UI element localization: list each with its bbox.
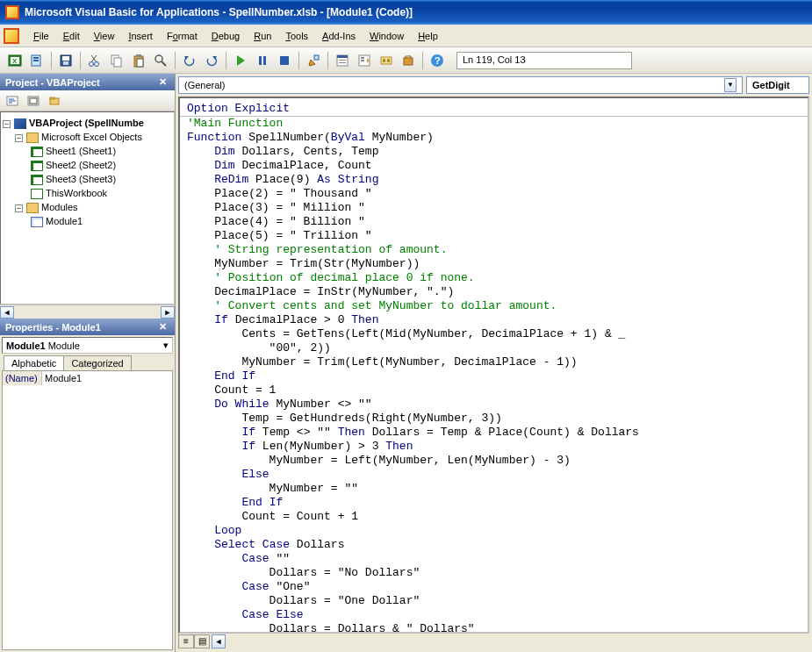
properties-object-selector[interactable]: Module1 Module ▾ xyxy=(2,337,173,354)
menu-addins[interactable]: Add-Ins xyxy=(315,29,363,43)
view-object-button[interactable] xyxy=(25,92,42,110)
property-name-label: (Name) xyxy=(3,371,42,385)
menu-bar: FFileile Edit View Insert Format Debug R… xyxy=(0,25,812,47)
svg-rect-49 xyxy=(50,97,54,99)
procedure-view-button[interactable]: ≡ xyxy=(178,634,194,648)
svg-rect-8 xyxy=(63,61,68,65)
svg-line-19 xyxy=(162,61,166,66)
tab-alphabetic[interactable]: Alphabetic xyxy=(4,355,64,370)
svg-rect-5 xyxy=(33,60,39,61)
code-view-mode-bar: ≡ ▤ ◄ xyxy=(178,634,809,649)
svg-text:?: ? xyxy=(435,55,441,66)
project-panel-title: Project - VBAProject ✕ xyxy=(0,74,175,90)
scroll-left-button[interactable]: ◄ xyxy=(0,306,14,319)
reset-button[interactable] xyxy=(275,51,294,70)
code-combo-bar: (General) ▼ GetDigit xyxy=(176,74,812,97)
code-scroll-left-button[interactable]: ◄ xyxy=(212,634,226,648)
chevron-down-icon: ▾ xyxy=(163,340,169,351)
properties-window-button[interactable] xyxy=(355,51,374,70)
menu-file[interactable]: FFileile xyxy=(26,29,56,43)
tree-project-root[interactable]: −VBAProject (SpellNumbe xyxy=(3,116,172,130)
menu-help[interactable]: Help xyxy=(411,29,445,43)
undo-button[interactable] xyxy=(180,51,199,70)
svg-rect-14 xyxy=(114,58,121,67)
svg-rect-23 xyxy=(259,56,262,65)
svg-rect-36 xyxy=(381,57,392,64)
svg-rect-4 xyxy=(33,57,39,59)
break-button[interactable] xyxy=(253,51,272,70)
svg-point-12 xyxy=(95,61,99,66)
object-combo[interactable]: (General) ▼ xyxy=(178,76,743,94)
design-mode-button[interactable] xyxy=(304,51,323,70)
menu-insert[interactable]: Insert xyxy=(121,29,160,43)
redo-button[interactable] xyxy=(202,51,221,70)
menu-edit[interactable]: Edit xyxy=(56,29,87,43)
view-excel-button[interactable]: X xyxy=(5,51,25,70)
svg-rect-25 xyxy=(280,56,289,65)
insert-dropdown-button[interactable] xyxy=(27,51,47,70)
tree-sheet2[interactable]: Sheet2 (Sheet2) xyxy=(3,158,172,172)
menu-window[interactable]: Window xyxy=(363,29,411,43)
property-row-name[interactable]: (Name) Module1 xyxy=(3,371,172,385)
svg-rect-27 xyxy=(314,55,319,60)
project-panel-toolbar xyxy=(0,90,175,111)
code-editor[interactable]: Option Explicit 'Main Function Function … xyxy=(178,97,809,634)
menu-format[interactable]: Format xyxy=(160,29,205,43)
properties-grid[interactable]: (Name) Module1 xyxy=(2,370,173,650)
procedure-combo[interactable]: GetDigit xyxy=(746,76,809,94)
tree-excel-objects-folder[interactable]: −Microsoft Excel Objects xyxy=(3,130,172,144)
svg-point-11 xyxy=(90,61,94,66)
find-button[interactable] xyxy=(151,51,170,70)
svg-point-18 xyxy=(155,55,162,62)
svg-rect-33 xyxy=(361,57,364,59)
project-tree-scrollbar[interactable]: ◄ ► xyxy=(0,305,175,319)
toolbox-button[interactable] xyxy=(399,51,418,70)
paste-button[interactable] xyxy=(129,51,148,70)
menu-run[interactable]: Run xyxy=(247,29,278,43)
svg-rect-29 xyxy=(337,55,348,58)
window-titlebar: Microsoft Visual Basic for Applications … xyxy=(0,0,812,25)
project-panel-close-button[interactable]: ✕ xyxy=(156,76,169,88)
svg-rect-37 xyxy=(383,59,385,62)
cursor-position-display: Ln 119, Col 13 xyxy=(456,52,632,69)
tree-sheet1[interactable]: Sheet1 (Sheet1) xyxy=(3,144,172,158)
properties-panel-title: Properties - Module1 ✕ xyxy=(0,319,175,335)
tab-categorized[interactable]: Categorized xyxy=(63,355,131,370)
svg-rect-24 xyxy=(263,56,266,65)
svg-rect-47 xyxy=(30,98,37,104)
svg-rect-7 xyxy=(62,56,69,61)
project-tree[interactable]: −VBAProject (SpellNumbe −Microsoft Excel… xyxy=(0,111,175,305)
tree-module1[interactable]: Module1 xyxy=(3,214,172,228)
chevron-down-icon: ▼ xyxy=(724,78,737,92)
property-name-value[interactable]: Module1 xyxy=(42,371,172,385)
svg-marker-22 xyxy=(237,55,245,66)
run-button[interactable] xyxy=(231,51,250,70)
tree-sheet3[interactable]: Sheet3 (Sheet3) xyxy=(3,172,172,186)
svg-rect-31 xyxy=(339,62,346,63)
tree-modules-folder[interactable]: −Modules xyxy=(3,200,172,214)
standard-toolbar: X ? Ln 119, Col 13 xyxy=(0,47,812,74)
svg-rect-39 xyxy=(404,58,413,65)
project-explorer-button[interactable] xyxy=(333,51,352,70)
svg-text:X: X xyxy=(12,57,18,65)
menu-view[interactable]: View xyxy=(87,29,122,43)
svg-rect-34 xyxy=(361,60,364,61)
help-button[interactable]: ? xyxy=(428,51,447,70)
cut-button[interactable] xyxy=(85,51,104,70)
scroll-right-button[interactable]: ► xyxy=(161,306,175,319)
menu-tools[interactable]: Tools xyxy=(278,29,315,43)
full-module-view-button[interactable]: ▤ xyxy=(194,634,210,648)
copy-button[interactable] xyxy=(107,51,126,70)
tree-thisworkbook[interactable]: ThisWorkbook xyxy=(3,186,172,200)
object-browser-button[interactable] xyxy=(377,51,396,70)
toggle-folders-button[interactable] xyxy=(46,92,63,110)
save-button[interactable] xyxy=(56,51,75,70)
view-code-button[interactable] xyxy=(4,92,21,110)
properties-tabs: Alphabetic Categorized xyxy=(4,355,175,370)
vba-menu-icon xyxy=(4,28,19,44)
menu-debug[interactable]: Debug xyxy=(205,29,247,43)
properties-panel-close-button[interactable]: ✕ xyxy=(156,321,169,333)
svg-rect-16 xyxy=(136,54,141,57)
svg-rect-38 xyxy=(387,59,390,62)
svg-marker-26 xyxy=(309,60,315,66)
